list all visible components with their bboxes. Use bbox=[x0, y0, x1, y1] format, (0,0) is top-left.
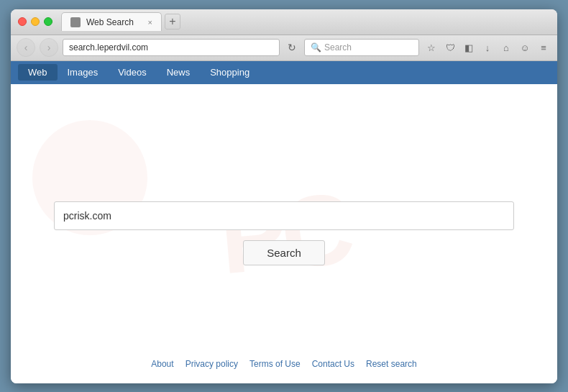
smiley-icon[interactable]: ☺ bbox=[517, 40, 533, 55]
bookmarks-icon[interactable]: ☆ bbox=[423, 40, 439, 55]
browser-window: Web Search × + ‹ › search.leperdvil.com … bbox=[11, 9, 557, 383]
menu-icon[interactable]: ≡ bbox=[536, 40, 551, 55]
traffic-lights bbox=[18, 17, 52, 26]
tab-videos[interactable]: Videos bbox=[108, 64, 157, 81]
footer-privacy[interactable]: Privacy policy bbox=[185, 359, 238, 369]
tab-images[interactable]: Images bbox=[58, 64, 109, 81]
maximize-button[interactable] bbox=[44, 17, 52, 26]
tab-news[interactable]: News bbox=[157, 64, 201, 81]
tab-shopping[interactable]: Shopping bbox=[200, 64, 260, 81]
nav-bar: ‹ › search.leperdvil.com ↻ 🔍 Search ☆ 🛡 … bbox=[11, 35, 557, 61]
home-icon[interactable]: ⌂ bbox=[498, 40, 514, 55]
tab-bar: Web Search × + bbox=[61, 12, 550, 31]
footer-contact[interactable]: Contact Us bbox=[312, 359, 354, 369]
refresh-button[interactable]: ↻ bbox=[284, 40, 300, 55]
address-bar[interactable]: search.leperdvil.com bbox=[63, 39, 280, 56]
refresh-icon: ↻ bbox=[288, 42, 296, 53]
tab-web[interactable]: Web bbox=[18, 64, 58, 81]
search-button[interactable]: Search bbox=[243, 240, 325, 265]
pocket-icon[interactable]: ◧ bbox=[461, 40, 477, 55]
footer-about[interactable]: About bbox=[151, 359, 173, 369]
forward-icon: › bbox=[47, 42, 51, 53]
tab-close-icon[interactable]: × bbox=[148, 18, 152, 27]
footer-terms[interactable]: Terms of Use bbox=[249, 359, 301, 369]
tab-title: Web Search bbox=[86, 17, 134, 27]
search-tabs: Web Images Videos News Shopping bbox=[11, 61, 557, 84]
minimize-button[interactable] bbox=[31, 17, 40, 26]
back-button[interactable]: ‹ bbox=[17, 38, 35, 57]
new-tab-button[interactable]: + bbox=[165, 14, 180, 29]
back-icon: ‹ bbox=[24, 42, 28, 53]
active-tab[interactable]: Web Search × bbox=[61, 12, 162, 31]
title-bar: Web Search × + bbox=[11, 9, 557, 35]
nav-icons: ☆ 🛡 ◧ ↓ ⌂ ☺ ≡ bbox=[423, 40, 551, 55]
footer-links: About Privacy policy Terms of Use Contac… bbox=[151, 359, 416, 369]
search-placeholder: Search bbox=[324, 42, 352, 53]
search-icon: 🔍 bbox=[311, 42, 321, 53]
search-form: Search bbox=[11, 201, 557, 265]
footer-reset[interactable]: Reset search bbox=[366, 359, 417, 369]
shield-icon[interactable]: 🛡 bbox=[442, 40, 458, 55]
page-content: PC Search About Privacy policy Terms of … bbox=[11, 84, 557, 383]
forward-button[interactable]: › bbox=[40, 38, 58, 57]
download-icon[interactable]: ↓ bbox=[480, 40, 495, 55]
browser-search-bar[interactable]: 🔍 Search bbox=[304, 39, 419, 56]
close-button[interactable] bbox=[18, 17, 27, 26]
main-search-input[interactable] bbox=[54, 201, 514, 230]
tab-favicon bbox=[70, 17, 81, 27]
address-text: search.leperdvil.com bbox=[69, 42, 273, 53]
